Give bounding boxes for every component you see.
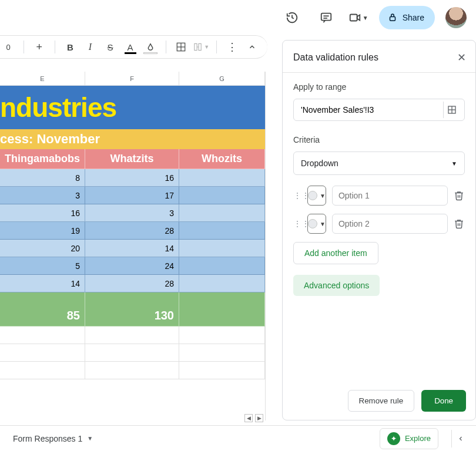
table-cell[interactable]: 24 [85,257,179,275]
table-header-cell[interactable]: Whozits [179,149,265,169]
table-cell[interactable] [85,362,179,379]
drag-handle-icon[interactable]: ⋮⋮ [293,191,301,200]
scroll-left-icon[interactable]: ◀ [244,414,253,422]
table-cell[interactable] [179,222,265,240]
column-header[interactable]: G [179,72,265,85]
table-cell[interactable]: 3 [85,204,179,222]
column-header-row: E F G [0,72,265,86]
merge-cells-button[interactable]: ▼ [193,39,209,55]
company-title: ndustries [0,92,116,123]
table-row: 8 16 [0,169,265,187]
table-cell[interactable]: 3 [0,187,85,204]
table-cell[interactable]: 16 [0,204,85,222]
subtitle-text: cess: November [0,132,100,147]
select-range-icon[interactable] [443,102,460,118]
tab-form-responses[interactable]: Form Responses 1 ▼ [7,430,99,447]
table-cell[interactable]: 8 [0,169,85,187]
table-cell[interactable] [179,187,265,204]
formatting-toolbar: 0 + B I S A ▼ ⋮ [0,35,267,59]
horizontal-scrollbar[interactable]: ◀ ▶ [0,413,266,423]
collapse-side-panel-button[interactable] [451,430,469,447]
criteria-label: Criteria [293,135,465,144]
collapse-toolbar-button[interactable] [244,39,260,55]
table-cell[interactable] [179,327,265,344]
table-cell[interactable] [85,344,179,362]
title-banner: ndustries [0,86,265,129]
table-row: 5 24 [0,257,265,275]
drag-handle-icon[interactable]: ⋮⋮ [293,219,301,228]
table-cell[interactable]: 17 [85,187,179,204]
table-cell[interactable] [0,327,85,344]
table-header-cell[interactable]: Thingamabobs [0,149,85,169]
delete-option-button[interactable] [454,187,465,204]
table-row: 19 28 [0,222,265,240]
table-total-cell[interactable]: 85 [0,292,85,327]
svg-rect-5 [390,17,395,21]
table-cell[interactable] [0,344,85,362]
more-toolbar-button[interactable]: ⋮ [224,39,240,55]
fill-color-button[interactable] [142,39,159,55]
table-cell[interactable] [179,240,265,257]
table-total-cell[interactable] [179,292,265,327]
option-color-picker[interactable]: ▼ [307,214,326,234]
table-cell[interactable] [179,257,265,275]
dropdown-option-row: ⋮⋮ ▼ [293,214,465,234]
column-header[interactable]: F [85,72,179,85]
table-cell[interactable]: 16 [85,169,179,187]
delete-option-button[interactable] [454,215,465,233]
apply-range-input[interactable] [301,105,443,115]
italic-button[interactable]: I [82,39,99,55]
table-cell[interactable] [179,169,265,187]
tab-label: Form Responses 1 [13,434,82,443]
option-color-picker[interactable]: ▼ [307,186,326,206]
add-item-button[interactable]: Add another item [293,242,378,264]
comment-icon[interactable] [314,6,338,29]
criteria-value: Dropdown [301,159,338,168]
strikethrough-button[interactable]: S [102,39,119,55]
svg-rect-3 [350,15,357,21]
apply-range-field[interactable] [293,99,465,121]
zoom-value[interactable]: 0 [0,39,16,55]
borders-button[interactable] [173,39,189,55]
share-button[interactable]: Share [379,6,435,29]
add-button[interactable]: + [31,39,48,55]
panel-header: Data validation rules ✕ [283,41,475,73]
chevron-down-icon: ▼ [320,221,326,227]
meet-dropdown[interactable]: ▼ [348,11,368,24]
table-cell[interactable] [179,275,265,292]
table-cell[interactable]: 19 [0,222,85,240]
option-text-input[interactable] [332,186,448,206]
done-button[interactable]: Done [421,390,466,412]
table-cell[interactable] [179,344,265,362]
table-header-cell[interactable]: Whatzits [85,149,179,169]
bold-button[interactable]: B [62,39,79,55]
color-swatch-icon [308,219,317,228]
table-cell[interactable]: 14 [0,275,85,292]
scroll-right-icon[interactable]: ▶ [255,414,263,422]
table-cell[interactable] [179,362,265,379]
explore-label: Explore [405,434,431,443]
column-header[interactable]: E [0,72,85,85]
table-total-cell[interactable]: 130 [85,292,179,327]
table-row [0,362,265,379]
table-cell[interactable]: 28 [85,222,179,240]
explore-button[interactable]: ✦ Explore [380,428,438,449]
avatar[interactable] [445,7,467,28]
table-cell[interactable] [179,204,265,222]
table-row [0,327,265,344]
table-row: 20 14 [0,240,265,257]
close-panel-button[interactable]: ✕ [457,51,466,64]
table-cell[interactable] [0,362,85,379]
table-cell[interactable]: 14 [85,240,179,257]
table-cell[interactable]: 28 [85,275,179,292]
criteria-select[interactable]: Dropdown ▼ [293,152,465,175]
table-cell[interactable]: 20 [0,240,85,257]
text-color-button[interactable]: A [122,39,139,55]
table-cell[interactable] [85,327,179,344]
remove-rule-button[interactable]: Remove rule [348,390,415,412]
advanced-options-button[interactable]: Advanced options [293,275,380,296]
option-text-input[interactable] [332,214,448,234]
spreadsheet-grid[interactable]: E F G ndustries cess: November Thingamab… [0,72,266,420]
table-cell[interactable]: 5 [0,257,85,275]
history-icon[interactable] [280,6,304,29]
